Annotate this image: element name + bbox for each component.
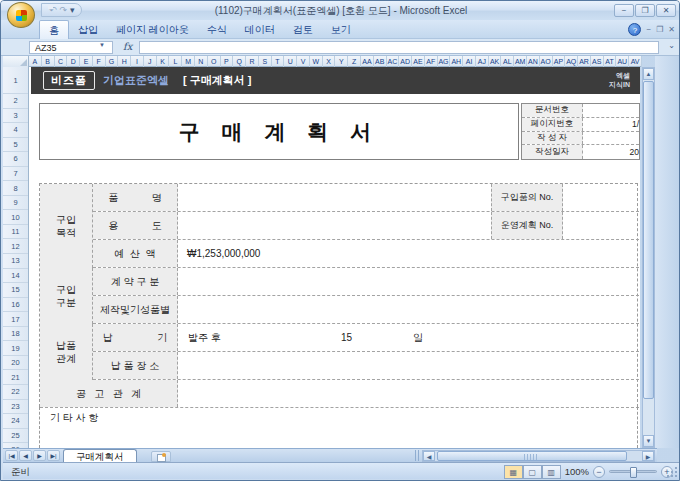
- value-cell-budget[interactable]: ₩1,253,000,000: [178, 240, 639, 267]
- row-header[interactable]: 10: [3, 210, 28, 225]
- column-header[interactable]: S: [259, 56, 272, 67]
- ribbon-tab[interactable]: 삽입: [69, 20, 107, 39]
- label-cell-made-or-ready[interactable]: 제작및기성품별: [93, 296, 178, 323]
- value-cell-use[interactable]: [178, 212, 491, 239]
- group-cell-delivery[interactable]: 납품 관계: [40, 324, 93, 380]
- column-header[interactable]: AQ: [565, 56, 578, 67]
- scroll-up-icon[interactable]: ▲: [643, 68, 654, 80]
- document-title-cell[interactable]: 구 매 계 획 서: [39, 103, 519, 160]
- row-header[interactable]: 23: [3, 400, 28, 415]
- column-header[interactable]: Z: [348, 56, 361, 67]
- hscroll-right-icon[interactable]: ▶: [642, 451, 654, 461]
- group-cell-purpose[interactable]: 구입 목적: [40, 184, 93, 268]
- column-header[interactable]: I: [131, 56, 144, 67]
- column-header[interactable]: M: [182, 56, 195, 67]
- delivery-suffix-cell[interactable]: 일: [413, 324, 423, 351]
- ribbon-tab[interactable]: 페이지 레이아웃: [107, 20, 198, 39]
- row-header[interactable]: 4: [3, 123, 28, 138]
- label-cell-purchase-no[interactable]: 구입품의 No.: [491, 184, 563, 211]
- column-header[interactable]: AA: [361, 56, 374, 67]
- select-all-corner[interactable]: [3, 56, 29, 67]
- column-header[interactable]: AN: [527, 56, 540, 67]
- column-header[interactable]: AM: [514, 56, 527, 67]
- label-cell-notice[interactable]: 공 고 관 계: [40, 380, 178, 407]
- workbook-close-button[interactable]: ✕: [668, 24, 675, 36]
- column-header[interactable]: AD: [399, 56, 412, 67]
- column-header[interactable]: AR: [578, 56, 591, 67]
- column-header[interactable]: P: [221, 56, 234, 67]
- column-header[interactable]: AU: [616, 56, 629, 67]
- row-header[interactable]: 18: [3, 327, 28, 342]
- column-header[interactable]: C: [55, 56, 68, 67]
- row-header[interactable]: 11: [3, 225, 28, 240]
- delivery-days-cell[interactable]: 15: [341, 324, 352, 351]
- row-header[interactable]: 7: [3, 167, 28, 182]
- resize-grip[interactable]: [666, 466, 678, 478]
- column-header[interactable]: AP: [553, 56, 566, 67]
- column-header[interactable]: V: [297, 56, 310, 67]
- horizontal-scrollbar-thumb[interactable]: [437, 451, 627, 461]
- column-header[interactable]: AH: [450, 56, 463, 67]
- row-header[interactable]: 6: [3, 152, 28, 167]
- zoom-out-button[interactable]: −: [593, 466, 605, 478]
- formula-expand-icon[interactable]: ⌄: [668, 41, 675, 50]
- office-button[interactable]: [7, 2, 35, 28]
- row-header[interactable]: 2: [3, 94, 28, 109]
- label-cell-delivery-date[interactable]: 납 기: [93, 324, 178, 351]
- formula-input[interactable]: [139, 41, 659, 54]
- label-cell-contract-type[interactable]: 계 약 구 분: [93, 268, 178, 295]
- row-header[interactable]: 8: [3, 181, 28, 196]
- column-header[interactable]: AL: [501, 56, 514, 67]
- doc-info-value[interactable]: 1/: [583, 118, 639, 131]
- column-header[interactable]: AO: [540, 56, 553, 67]
- doc-info-label[interactable]: 페이지번호: [522, 118, 583, 131]
- doc-info-value[interactable]: 20: [583, 145, 639, 159]
- column-header[interactable]: W: [310, 56, 323, 67]
- ribbon-tab[interactable]: 보기: [322, 20, 360, 39]
- view-normal-button[interactable]: ▦: [504, 465, 523, 479]
- scroll-down-icon[interactable]: ▼: [643, 435, 654, 447]
- sheet-tab[interactable]: 구매계획서: [63, 449, 137, 462]
- vertical-scrollbar-thumb[interactable]: [643, 81, 654, 399]
- etc-area[interactable]: 기 타 사 항: [39, 407, 638, 448]
- column-header[interactable]: B: [42, 56, 55, 67]
- value-cell-made-or-ready[interactable]: [178, 296, 639, 323]
- row-header[interactable]: 22: [3, 385, 28, 400]
- row-header[interactable]: 14: [3, 269, 28, 284]
- close-button[interactable]: ✕: [656, 4, 676, 17]
- column-header[interactable]: G: [106, 56, 119, 67]
- vertical-scrollbar[interactable]: ▲ ▼: [642, 67, 655, 448]
- label-cell-use[interactable]: 용 도: [93, 212, 178, 239]
- label-cell-delivery-place[interactable]: 납 품 장 소: [93, 352, 178, 379]
- label-cell-operation-plan-no[interactable]: 운영계획 No.: [491, 212, 563, 239]
- insert-sheet-icon[interactable]: [151, 451, 171, 462]
- horizontal-scrollbar[interactable]: ◀ ▶: [422, 450, 655, 462]
- row-header[interactable]: 16: [3, 298, 28, 313]
- row-header[interactable]: 24: [3, 414, 28, 429]
- column-header[interactable]: H: [118, 56, 131, 67]
- worksheet-grid[interactable]: 1234567891011121314151617181920212223242…: [3, 67, 640, 448]
- value-cell-contract-type[interactable]: [178, 268, 639, 295]
- tab-splitter[interactable]: [415, 450, 420, 461]
- column-header[interactable]: J: [144, 56, 157, 67]
- doc-info-label[interactable]: 작 성 자: [522, 132, 583, 145]
- column-header[interactable]: X: [323, 56, 336, 67]
- maximize-button[interactable]: ❐: [635, 4, 655, 17]
- value-cell-delivery-place[interactable]: [178, 352, 639, 379]
- row-header[interactable]: 5: [3, 138, 28, 153]
- column-header[interactable]: AB: [374, 56, 387, 67]
- sheet-nav-last-icon[interactable]: ▶|: [47, 450, 60, 461]
- column-header[interactable]: D: [67, 56, 80, 67]
- delivery-prefix-cell[interactable]: 발주 후: [188, 324, 221, 351]
- sheet-nav-next-icon[interactable]: ▶: [33, 450, 46, 461]
- sheet-nav-first-icon[interactable]: |◀: [5, 450, 18, 461]
- column-header[interactable]: E: [80, 56, 93, 67]
- value-cell-notice[interactable]: [178, 380, 639, 407]
- row-header[interactable]: 13: [3, 254, 28, 269]
- doc-info-label[interactable]: 작성일자: [522, 145, 583, 159]
- column-header[interactable]: N: [195, 56, 208, 67]
- zoom-level[interactable]: 100%: [565, 466, 589, 477]
- doc-info-value[interactable]: [583, 104, 639, 117]
- column-header[interactable]: A: [29, 56, 42, 67]
- column-header[interactable]: Y: [335, 56, 348, 67]
